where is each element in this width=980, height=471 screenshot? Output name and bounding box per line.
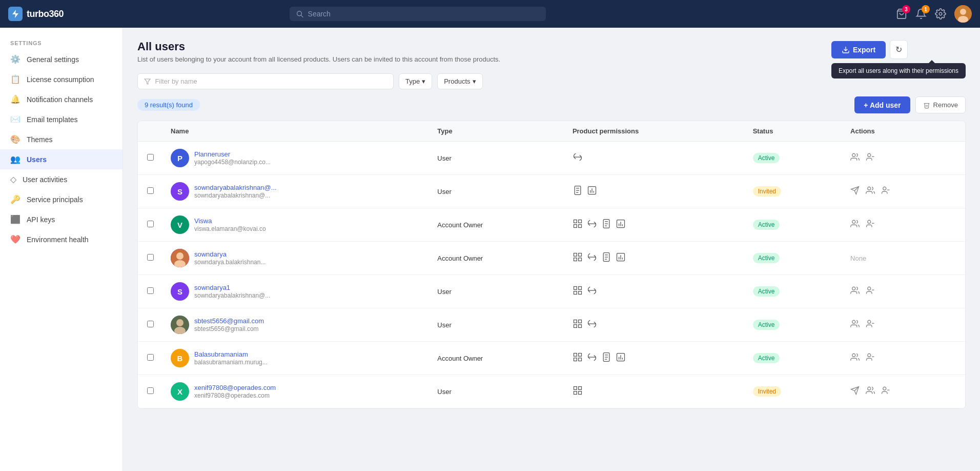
sidebar-item-license-consumption[interactable]: 📋 License consumption bbox=[0, 69, 122, 89]
user-permissions-cell bbox=[564, 275, 745, 308]
remove-user-icon[interactable] bbox=[881, 386, 890, 398]
send-icon[interactable] bbox=[850, 386, 860, 398]
type-dropdown[interactable]: Type ▾ bbox=[399, 73, 432, 89]
users-icon: 👥 bbox=[10, 154, 21, 164]
table-row: V Viswa viswa.elamaran@kovai.co Account … bbox=[138, 208, 965, 242]
user-avatar-5: S bbox=[171, 282, 189, 301]
sidebar-item-users[interactable]: 👥 Users bbox=[0, 149, 122, 169]
edit-user-icon[interactable] bbox=[850, 219, 860, 231]
svg-rect-57 bbox=[574, 358, 577, 361]
remove-button[interactable]: Remove bbox=[915, 96, 966, 113]
svg-rect-22 bbox=[574, 224, 577, 227]
chevron-down-icon: ▾ bbox=[473, 77, 476, 85]
refresh-button[interactable]: ↻ bbox=[890, 40, 908, 59]
edit-user-icon[interactable] bbox=[850, 319, 860, 331]
perm-icon bbox=[601, 252, 611, 265]
sidebar-item-general-settings[interactable]: ⚙️ General settings bbox=[0, 49, 122, 69]
type-dropdown-label: Type bbox=[405, 77, 420, 85]
add-user-label: + Add user bbox=[864, 101, 901, 109]
edit-user-icon[interactable] bbox=[850, 152, 860, 164]
search-input[interactable] bbox=[308, 10, 540, 18]
remove-user-icon[interactable] bbox=[866, 286, 875, 298]
sidebar-item-service-principals[interactable]: 🔑 Service principals bbox=[0, 189, 122, 209]
user-avatar-4 bbox=[171, 249, 189, 267]
svg-point-61 bbox=[852, 354, 855, 357]
remove-user-icon[interactable] bbox=[881, 186, 890, 198]
remove-user-icon[interactable] bbox=[866, 352, 875, 364]
sidebar-item-environment-health[interactable]: ❤️ Environment health bbox=[0, 229, 122, 249]
filter-input[interactable] bbox=[155, 77, 387, 85]
user-permissions-cell bbox=[564, 242, 745, 275]
col-actions: Actions bbox=[842, 121, 965, 142]
user-display-name[interactable]: sowndaryabalakrishnan@... bbox=[194, 184, 277, 191]
status-badge: Active bbox=[753, 220, 780, 230]
service-icon: 🔑 bbox=[10, 194, 21, 204]
table-row: S sowndarya1 sowndaryabalakrishnan@... U… bbox=[138, 275, 965, 308]
sidebar-item-api-keys[interactable]: ⬛ API keys bbox=[0, 209, 122, 229]
sidebar-item-notification-channels[interactable]: 🔔 Notification channels bbox=[0, 89, 122, 109]
svg-point-52 bbox=[852, 320, 855, 323]
row-checkbox[interactable] bbox=[147, 221, 154, 227]
row-checkbox[interactable] bbox=[147, 287, 154, 294]
add-user-button[interactable]: + Add user bbox=[854, 96, 910, 113]
edit-user-icon[interactable] bbox=[866, 386, 875, 398]
svg-rect-20 bbox=[574, 220, 577, 223]
svg-rect-21 bbox=[579, 220, 582, 223]
row-checkbox[interactable] bbox=[147, 254, 154, 261]
perm-icon bbox=[573, 219, 583, 231]
status-badge: Invited bbox=[753, 386, 781, 397]
edit-user-icon[interactable] bbox=[850, 352, 860, 364]
user-actions-cell bbox=[842, 275, 965, 308]
edit-user-icon[interactable] bbox=[866, 186, 875, 198]
row-checkbox-cell bbox=[138, 275, 162, 308]
alerts-icon-btn[interactable]: 1 bbox=[915, 8, 927, 19]
perm-icon bbox=[616, 219, 626, 231]
sidebar-item-label: Environment health bbox=[27, 235, 89, 244]
col-name: Name bbox=[162, 121, 429, 142]
svg-rect-56 bbox=[579, 353, 582, 356]
svg-rect-40 bbox=[574, 291, 577, 294]
sidebar: SETTINGS ⚙️ General settings 📋 License c… bbox=[0, 28, 123, 471]
svg-marker-9 bbox=[145, 78, 150, 84]
remove-user-icon[interactable] bbox=[866, 319, 875, 331]
sidebar-item-label: Service principals bbox=[27, 195, 83, 204]
users-table: Name Type Product permissions Status Act… bbox=[137, 121, 966, 409]
user-type-cell: User bbox=[429, 275, 564, 308]
notification-icon-btn[interactable]: 3 bbox=[896, 8, 907, 19]
row-checkbox[interactable] bbox=[147, 154, 154, 161]
user-display-name[interactable]: sbtest5656@gmail.com bbox=[194, 317, 264, 325]
user-display-name[interactable]: Balasubramaniam bbox=[194, 350, 268, 358]
actions-none: None bbox=[850, 254, 866, 262]
svg-rect-35 bbox=[579, 258, 582, 261]
export-button[interactable]: Export bbox=[831, 41, 886, 58]
row-checkbox[interactable] bbox=[147, 187, 154, 194]
row-checkbox[interactable] bbox=[147, 354, 154, 361]
user-display-name[interactable]: Viswa bbox=[194, 217, 266, 225]
remove-user-icon[interactable] bbox=[866, 152, 875, 164]
user-display-name[interactable]: sowndarya1 bbox=[194, 284, 270, 291]
user-info: Viswa viswa.elamaran@kovai.co bbox=[194, 217, 266, 232]
user-display-name[interactable]: Planneruser bbox=[194, 150, 271, 158]
remove-user-icon[interactable] bbox=[866, 219, 875, 231]
status-badge: Active bbox=[753, 253, 780, 263]
sidebar-item-themes[interactable]: 🎨 Themes bbox=[0, 129, 122, 149]
row-checkbox[interactable] bbox=[147, 387, 154, 394]
user-display-name[interactable]: sowndarya bbox=[194, 250, 266, 258]
user-avatar[interactable] bbox=[954, 5, 972, 23]
status-badge: Active bbox=[753, 320, 780, 330]
user-name-cell: sowndarya sowndarya.balakrishnan... bbox=[162, 242, 429, 275]
sidebar-item-label: Email templates bbox=[27, 115, 78, 124]
user-display-name[interactable]: xenif97808@operades.com bbox=[194, 384, 276, 391]
row-checkbox[interactable] bbox=[147, 321, 154, 327]
user-status-cell: Invited bbox=[745, 175, 842, 208]
edit-user-icon[interactable] bbox=[850, 286, 860, 298]
svg-rect-64 bbox=[574, 386, 577, 389]
sidebar-item-user-activities[interactable]: ◇ User activities bbox=[0, 169, 122, 189]
user-permissions-cell bbox=[564, 208, 745, 242]
app-name: turbo360 bbox=[27, 9, 64, 19]
settings-icon-btn[interactable] bbox=[935, 8, 946, 19]
user-permissions-cell bbox=[564, 308, 745, 342]
products-dropdown[interactable]: Products ▾ bbox=[437, 73, 482, 89]
sidebar-item-email-templates[interactable]: ✉️ Email templates bbox=[0, 109, 122, 129]
send-icon[interactable] bbox=[850, 186, 860, 198]
